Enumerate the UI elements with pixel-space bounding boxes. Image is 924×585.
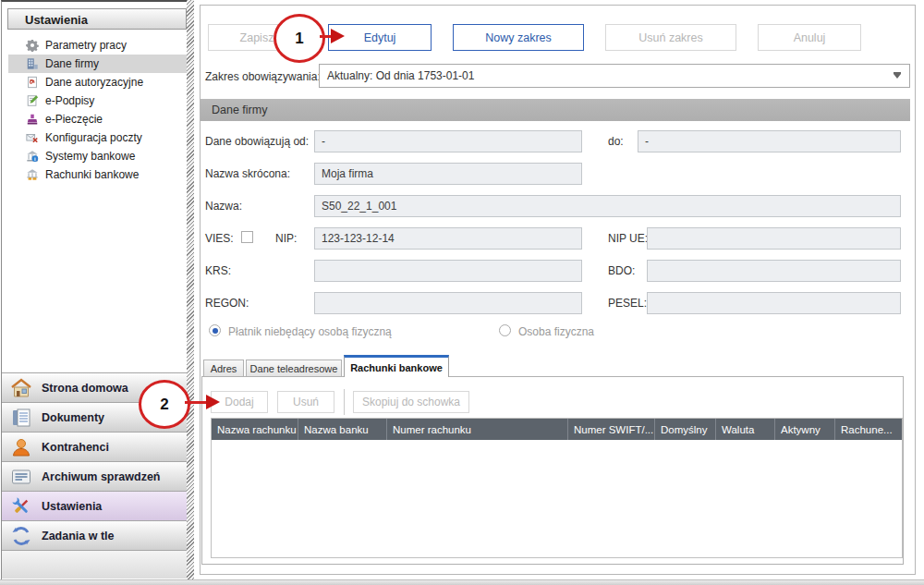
column-header-nazwa-rachunku[interactable]: Nazwa rachunku bbox=[212, 419, 298, 440]
tree-item-dane-autoryzacyjne[interactable]: Dane autoryzacyjne bbox=[8, 73, 187, 91]
nav-item-label: Dokumenty bbox=[42, 411, 104, 424]
nav-item-zadania-w-tle[interactable]: Zadania w tle bbox=[2, 520, 187, 550]
krs-label: KRS: bbox=[205, 264, 231, 277]
regon-label: REGON: bbox=[205, 297, 249, 310]
valid-from-label: Dane obowiązują od: bbox=[205, 135, 309, 148]
tree-item-e-pieczecie[interactable]: e-Pieczęcie bbox=[8, 110, 187, 128]
column-header-aktywny[interactable]: Aktywny bbox=[775, 419, 835, 440]
name-field[interactable]: S50_22_1_001 bbox=[314, 195, 901, 217]
pesel-field[interactable] bbox=[647, 292, 901, 314]
tree-item-parametry-pracy[interactable]: Parametry pracy bbox=[8, 36, 187, 55]
sidebar-header: Ustawienia bbox=[7, 8, 187, 30]
contractors-icon bbox=[9, 436, 33, 458]
cancel-button[interactable]: Anuluj bbox=[758, 24, 861, 51]
range-label: Zakres obowiązywania: bbox=[205, 70, 321, 83]
bank-accounts-table-body[interactable] bbox=[212, 440, 902, 557]
column-header-nazwa-banku[interactable]: Nazwa banku bbox=[298, 419, 387, 440]
tree-item-e-podpisy[interactable]: e-Podpisy bbox=[8, 91, 187, 110]
nav-item-archiwum-sprawdzen[interactable]: Archiwum sprawdzeń bbox=[2, 461, 187, 491]
annotation-step-1-arrow-icon bbox=[331, 29, 345, 43]
tree-item-label: Systemy bankowe bbox=[45, 150, 135, 163]
bank-accounts-table-header: Nazwa rachunku Nazwa banku Numer rachunk… bbox=[212, 419, 902, 440]
radio-person-label: Osoba fizyczna bbox=[518, 325, 594, 338]
annotation-step-2-arrow-line bbox=[185, 401, 207, 404]
tree-item-systemy-bankowe[interactable]: i Systemy bankowe bbox=[8, 147, 187, 165]
background-tasks-icon bbox=[9, 525, 33, 547]
annotation-step-2-circle: 2 bbox=[139, 380, 190, 429]
column-header-numer-swift[interactable]: Numer SWIFT/... bbox=[568, 419, 655, 440]
section-header-dane-firmy: Dane firmy bbox=[201, 99, 910, 121]
chevron-down-icon bbox=[894, 74, 901, 79]
company-icon bbox=[25, 57, 39, 71]
nav-item-label: Archiwum sprawdzeń bbox=[42, 470, 161, 483]
valid-from-field[interactable]: - bbox=[314, 130, 582, 152]
tree-item-label: Rachunki bankowe bbox=[45, 168, 139, 181]
pesel-label: PESEL: bbox=[608, 297, 647, 310]
column-header-numer-rachunku[interactable]: Numer rachunku bbox=[387, 419, 568, 440]
name-label: Nazwa: bbox=[205, 200, 242, 213]
annotation-step-1-circle: 1 bbox=[274, 14, 325, 63]
nip-ue-label: NIP UE: bbox=[608, 232, 648, 245]
valid-to-field[interactable]: - bbox=[638, 130, 901, 152]
bdo-label: BDO: bbox=[608, 264, 635, 277]
radio-person[interactable] bbox=[499, 324, 511, 336]
nip-ue-field[interactable] bbox=[647, 227, 901, 250]
nav-item-kontrahenci[interactable]: Kontrahenci bbox=[2, 432, 187, 461]
tab-adres[interactable]: Adres bbox=[203, 360, 244, 377]
radio-non-person[interactable] bbox=[209, 324, 221, 336]
column-header-rachunek[interactable]: Rachune... bbox=[835, 419, 902, 440]
krs-field[interactable] bbox=[314, 260, 582, 282]
radio-non-person-label: Płatnik niebędący osobą fizyczną bbox=[228, 325, 392, 338]
tree-item-label: Dane autoryzacyjne bbox=[45, 76, 143, 89]
archive-icon bbox=[9, 466, 33, 488]
nip-label: NIP: bbox=[275, 232, 297, 245]
sidebar-splitter[interactable] bbox=[187, 0, 194, 585]
authorization-icon bbox=[25, 76, 39, 90]
column-header-domyslny[interactable]: Domyślny bbox=[655, 419, 716, 440]
valid-to-label: do: bbox=[608, 135, 624, 148]
toolbar-separator bbox=[344, 389, 345, 415]
short-name-field[interactable]: Moja firma bbox=[314, 163, 582, 185]
remove-button[interactable]: Usuń bbox=[277, 391, 334, 413]
tab-rachunki-bankowe[interactable]: Rachunki bankowe bbox=[344, 355, 449, 377]
range-combobox-value: Aktualny: Od dnia 1753-01-01 bbox=[327, 69, 474, 82]
bank-accounts-icon bbox=[25, 168, 39, 182]
documents-icon bbox=[9, 407, 33, 429]
tree-item-rachunki-bankowe[interactable]: Rachunki bankowe bbox=[8, 165, 187, 184]
tab-dane-teleadresowe[interactable]: Dane teleadresowe bbox=[246, 360, 342, 377]
column-header-waluta[interactable]: Waluta bbox=[716, 419, 775, 440]
range-combobox[interactable]: Aktualny: Od dnia 1753-01-01 bbox=[319, 64, 910, 88]
nav-item-label: Zadania w tle bbox=[42, 530, 115, 542]
delete-range-button[interactable]: Usuń zakres bbox=[605, 24, 736, 51]
vies-checkbox[interactable] bbox=[241, 231, 253, 243]
nip-field[interactable]: 123-123-12-14 bbox=[314, 227, 582, 250]
bank-accounts-table: Nazwa rachunku Nazwa banku Numer rachunk… bbox=[211, 418, 903, 558]
home-icon bbox=[9, 377, 33, 399]
tree-item-label: Konfiguracja poczty bbox=[45, 131, 142, 144]
copy-to-clipboard-button[interactable]: Skopiuj do schowka bbox=[353, 391, 469, 413]
new-range-button[interactable]: Nowy zakres bbox=[453, 24, 584, 51]
annotation-step-2-arrow-icon bbox=[206, 395, 220, 409]
nav-item-label: Kontrahenci bbox=[42, 441, 109, 454]
tree-item-label: e-Podpisy bbox=[45, 94, 94, 107]
gear-icon bbox=[25, 39, 39, 53]
short-name-label: Nazwa skrócona: bbox=[205, 167, 290, 180]
nav-item-label: Strona domowa bbox=[42, 382, 128, 395]
nav-item-label: Ustawienia bbox=[42, 500, 102, 513]
tree-item-label: e-Pieczęcie bbox=[45, 113, 103, 126]
settings-icon bbox=[9, 495, 33, 518]
nav-footer bbox=[2, 550, 187, 579]
settings-sidebar: Ustawienia Parametry pracy Dane firmy Da… bbox=[1, 0, 188, 580]
tree-item-dane-firmy[interactable]: Dane firmy bbox=[8, 55, 187, 73]
tree-item-konfiguracja-poczty[interactable]: Konfiguracja poczty bbox=[8, 128, 187, 147]
tree-item-label: Parametry pracy bbox=[45, 39, 127, 52]
regon-field[interactable] bbox=[314, 292, 582, 314]
bank-systems-icon: i bbox=[25, 150, 39, 164]
stamp-icon bbox=[25, 113, 39, 127]
status-bar bbox=[0, 579, 924, 585]
signature-icon bbox=[25, 94, 39, 108]
nav-item-ustawienia[interactable]: Ustawienia bbox=[2, 491, 187, 520]
vies-label: VIES: bbox=[205, 232, 234, 245]
tree-item-label: Dane firmy bbox=[45, 57, 99, 70]
bdo-field[interactable] bbox=[647, 260, 901, 282]
